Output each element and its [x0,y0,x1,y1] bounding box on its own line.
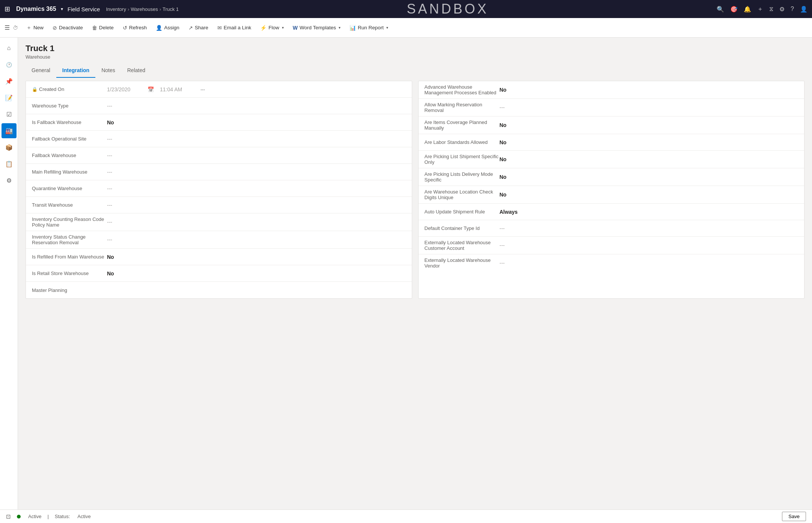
tab-related[interactable]: Related [121,64,151,78]
tab-notes[interactable]: Notes [95,64,121,78]
field-value-auto-update-shipment: Always [500,209,798,215]
deactivate-label: Deactivate [59,25,83,30]
flow-chevron: ▾ [282,26,284,30]
field-default-container-type: Default Container Type Id --- [419,220,804,237]
share-label: Share [195,25,208,30]
field-fallback-operational-site: Fallback Operational Site --- [26,131,412,147]
status-indicator [17,515,21,518]
field-value-warehouse-type: --- [107,103,406,109]
field-label-is-refilled-from-main: Is Refilled From Main Warehouse [32,254,107,260]
run-report-icon: 📊 [350,25,356,31]
field-value-items-coverage-planned: No [500,122,798,128]
field-label-default-container-type: Default Container Type Id [425,225,500,231]
run-report-label: Run Report [358,25,384,30]
new-button[interactable]: ＋ New [23,22,47,33]
sidebar-item-home[interactable]: ⌂ [2,41,17,56]
plus-icon[interactable]: ＋ [757,5,763,13]
app-name[interactable]: Field Service [68,6,100,12]
field-externally-located-customer: Externally Located Warehouse Customer Ac… [419,237,804,254]
collapse-sidebar-icon[interactable]: ☰ [5,24,10,31]
main-content: Truck 1 Warehouse General Integration No… [18,38,812,523]
field-items-coverage-planned: Are Items Coverage Planned Manually No [419,116,804,134]
field-label-picking-lists-delivery: Are Picking Lists Delivery Mode Specific [425,171,500,183]
field-advanced-warehouse-mgmt: Advanced Warehouse Management Processes … [419,81,804,99]
field-label-inventory-status-change: Inventory Status Change Reservation Remo… [32,234,107,245]
deactivate-button[interactable]: ⊘ Deactivate [49,23,87,33]
user-icon[interactable]: 👤 [800,6,807,13]
screen-reader-icon[interactable]: ⊡ [6,513,11,520]
field-inventory-status-change: Inventory Status Change Reservation Remo… [26,231,412,249]
field-label-labor-standards: Are Labor Standards Allowed [425,139,500,145]
refresh-icon: ↺ [123,25,127,31]
refresh-button[interactable]: ↺ Refresh [119,23,151,33]
status-value: Active [77,514,90,519]
email-label: Email a Link [224,25,252,30]
help-icon[interactable]: ? [791,6,794,12]
breadcrumb-inventory[interactable]: Inventory [106,6,126,12]
grid-menu-icon[interactable]: ⊞ [5,5,10,13]
field-label-advanced-warehouse-mgmt: Advanced Warehouse Management Processes … [425,84,500,95]
save-button[interactable]: Save [782,512,806,521]
field-warehouse-location-check: Are Warehouse Location Check Digits Uniq… [419,186,804,204]
field-value-is-fallback-warehouse: No [107,119,406,125]
email-icon: ✉ [217,25,222,31]
new-icon: ＋ [26,24,32,31]
delete-icon: 🗑 [92,25,97,31]
field-label-fallback-operational-site: Fallback Operational Site [32,136,107,142]
tab-integration[interactable]: Integration [56,64,95,78]
field-value-is-refilled-from-main: No [107,254,406,260]
sidebar-item-warehouse[interactable]: 🏭 [2,123,17,138]
brand-name[interactable]: Dynamics 365 [16,6,56,12]
sidebar-item-recent[interactable]: 🕐 [2,57,17,72]
bell-icon[interactable]: 🔔 [744,6,751,13]
field-auto-update-shipment: Auto Update Shipment Rule Always [419,204,804,220]
sidebar-item-settings[interactable]: ⚙ [2,173,17,188]
sidebar-item-check[interactable]: ☑ [2,107,17,122]
calendar-icon[interactable]: 📅 [148,86,154,92]
status-separator: | [47,514,48,519]
filter-icon[interactable]: ⧖ [769,6,773,12]
flow-label: Flow [268,25,279,30]
record-subtitle: Warehouse [26,54,804,60]
target-icon[interactable]: 🎯 [730,6,738,13]
history-icon[interactable]: ⏱ [13,25,18,31]
field-value-externally-located-customer: --- [500,242,798,248]
active-label: Active [28,514,41,519]
email-link-button[interactable]: ✉ Email a Link [214,23,255,33]
date-input[interactable] [107,86,145,92]
field-label-inventory-counting-reason: Inventory Counting Reason Code Policy Na… [32,216,107,228]
gear-icon[interactable]: ⚙ [779,6,785,13]
sidebar-item-reports[interactable]: 📋 [2,156,17,171]
breadcrumb-sep1: › [128,6,129,12]
sidebar-item-notes[interactable]: 📝 [2,90,17,105]
field-label-created-on: 🔒 Created On [32,86,107,92]
run-report-chevron: ▾ [386,26,388,30]
main-layout: ⌂ 🕐 📌 📝 ☑ 🏭 📦 📋 ⚙ 👥 Truck 1 Warehouse Ge… [0,38,812,523]
field-value-main-refilling-warehouse: --- [107,169,406,175]
field-value-default-container-type: --- [500,225,798,231]
field-label-externally-located-customer: Externally Located Warehouse Customer Ac… [425,240,500,251]
delete-button[interactable]: 🗑 Delete [88,23,118,33]
left-form-section: 🔒 Created On 📅 ··· Warehouse Type --- [26,81,412,299]
field-label-warehouse-location-check: Are Warehouse Location Check Digits Uniq… [425,189,500,200]
run-report-button[interactable]: 📊 Run Report ▾ [346,23,392,33]
command-bar: ☰ ⏱ ＋ New ⊘ Deactivate 🗑 Delete ↺ Refres… [0,18,812,38]
breadcrumb-truck1[interactable]: Truck 1 [163,6,179,12]
flow-button[interactable]: ⚡ Flow ▾ [256,23,288,33]
tab-general[interactable]: General [26,64,56,78]
share-button[interactable]: ↗ Share [185,23,212,33]
field-value-created-on[interactable]: 📅 ··· [107,86,406,92]
assign-button[interactable]: 👤 Assign [152,23,183,33]
search-icon[interactable]: 🔍 [717,6,724,13]
top-nav: ⊞ Dynamics 365 ▾ Field Service Inventory… [0,0,812,18]
right-form-section: Advanced Warehouse Management Processes … [418,81,805,299]
word-templates-button[interactable]: W Word Templates ▾ [289,23,344,33]
time-input[interactable] [160,86,197,92]
word-templates-icon: W [293,25,298,31]
sidebar-item-pinned[interactable]: 📌 [2,74,17,89]
field-main-refilling-warehouse: Main Refilling Warehouse --- [26,164,412,180]
time-more-icon[interactable]: ··· [200,86,205,92]
breadcrumb-warehouses[interactable]: Warehouses [131,6,158,12]
sidebar-item-box[interactable]: 📦 [2,140,17,155]
field-transit-warehouse: Transit Warehouse --- [26,197,412,213]
